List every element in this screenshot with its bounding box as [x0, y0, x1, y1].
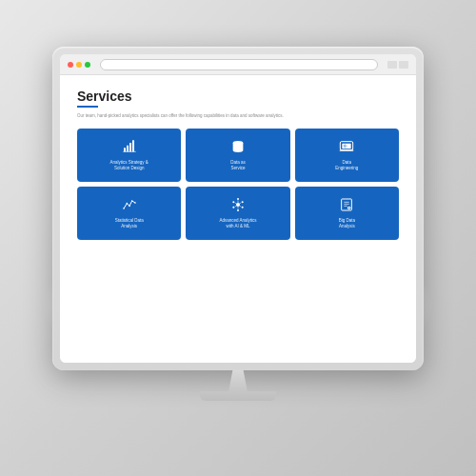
browser-action-2	[399, 61, 408, 69]
service-label-data-engineering: DataEngineering	[335, 160, 358, 172]
svg-line-26	[235, 206, 237, 208]
page-content: Services Our team, hand-picked analytics…	[60, 75, 416, 363]
svg-point-21	[242, 207, 244, 208]
svg-point-12	[123, 208, 125, 209]
ai-icon	[230, 197, 246, 214]
svg-point-22	[237, 198, 239, 200]
service-card-data-engineering[interactable]: DataEngineering	[295, 129, 399, 182]
svg-rect-0	[124, 148, 126, 151]
svg-point-15	[131, 200, 133, 202]
svg-point-17	[236, 203, 240, 207]
laptop-icon	[339, 139, 354, 156]
service-card-statistical-data[interactable]: Statistical DataAnalysis	[77, 187, 181, 240]
browser-action-1	[387, 61, 397, 69]
service-label-data-as-service: Data asService	[230, 160, 246, 172]
svg-point-18	[232, 201, 234, 203]
service-label-analytics-strategy: Analytics Strategy &Solution Design	[110, 160, 149, 172]
svg-point-14	[129, 206, 130, 208]
svg-rect-3	[132, 140, 134, 151]
service-card-big-data[interactable]: Big DataAnalysis	[295, 187, 399, 240]
svg-line-27	[239, 206, 241, 208]
service-label-statistical-data: Statistical DataAnalysis	[115, 218, 144, 230]
service-card-data-as-service[interactable]: Data asService	[186, 129, 289, 182]
svg-point-20	[232, 207, 234, 208]
minimize-button[interactable]	[76, 62, 82, 68]
stand-base	[200, 391, 276, 401]
title-underline	[77, 106, 98, 108]
svg-point-16	[134, 202, 136, 204]
monitor: Services Our team, hand-picked analytics…	[52, 47, 424, 370]
monitor-stand	[200, 370, 276, 401]
service-card-advanced-analytics[interactable]: Advanced Analyticswith AI & ML	[186, 187, 289, 240]
traffic-lights	[68, 62, 90, 68]
svg-point-19	[242, 201, 244, 203]
page-subtitle: Our team, hand-picked analytics speciali…	[77, 113, 399, 119]
services-grid: Analytics Strategy &Solution Design Data	[77, 129, 399, 240]
stats-icon	[122, 197, 137, 214]
svg-rect-2	[129, 143, 131, 151]
service-label-advanced-analytics: Advanced Analyticswith AI & ML	[219, 218, 256, 230]
page-title: Services	[77, 89, 399, 104]
maximize-button[interactable]	[85, 62, 90, 68]
address-bar[interactable]	[100, 59, 378, 70]
screen: Services Our team, hand-picked analytics…	[60, 54, 416, 363]
svg-rect-8	[340, 149, 354, 150]
svg-line-24	[235, 203, 237, 205]
service-card-analytics-strategy[interactable]: Analytics Strategy &Solution Design	[77, 129, 181, 182]
chart-icon	[122, 139, 137, 156]
svg-rect-1	[127, 146, 129, 152]
close-button[interactable]	[68, 62, 73, 68]
svg-point-13	[126, 203, 128, 205]
bigdata-icon	[339, 197, 354, 214]
svg-point-23	[237, 209, 239, 211]
stand-neck	[225, 370, 251, 391]
browser-chrome	[60, 54, 416, 75]
browser-actions	[387, 61, 408, 69]
database-icon	[230, 139, 246, 156]
svg-line-25	[239, 203, 241, 205]
service-label-big-data: Big DataAnalysis	[339, 218, 355, 230]
